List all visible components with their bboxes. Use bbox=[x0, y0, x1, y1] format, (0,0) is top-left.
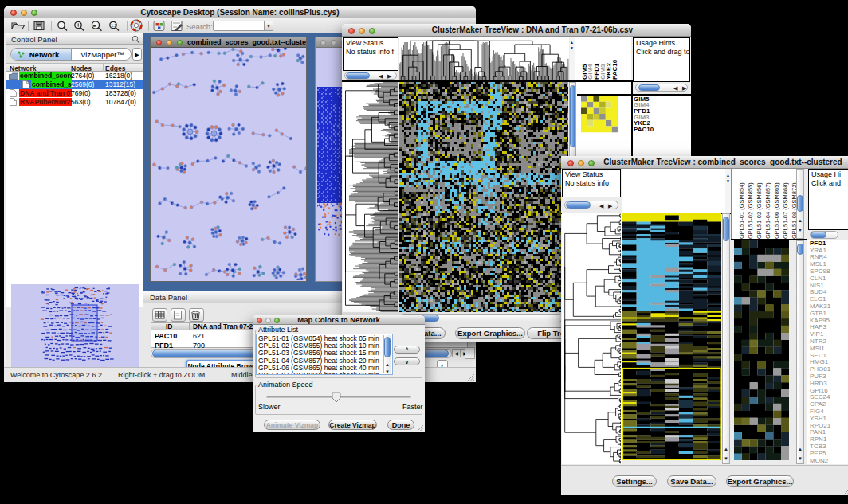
svg-text:■: ■ bbox=[93, 23, 96, 28]
svg-text:1:1: 1:1 bbox=[111, 23, 116, 28]
